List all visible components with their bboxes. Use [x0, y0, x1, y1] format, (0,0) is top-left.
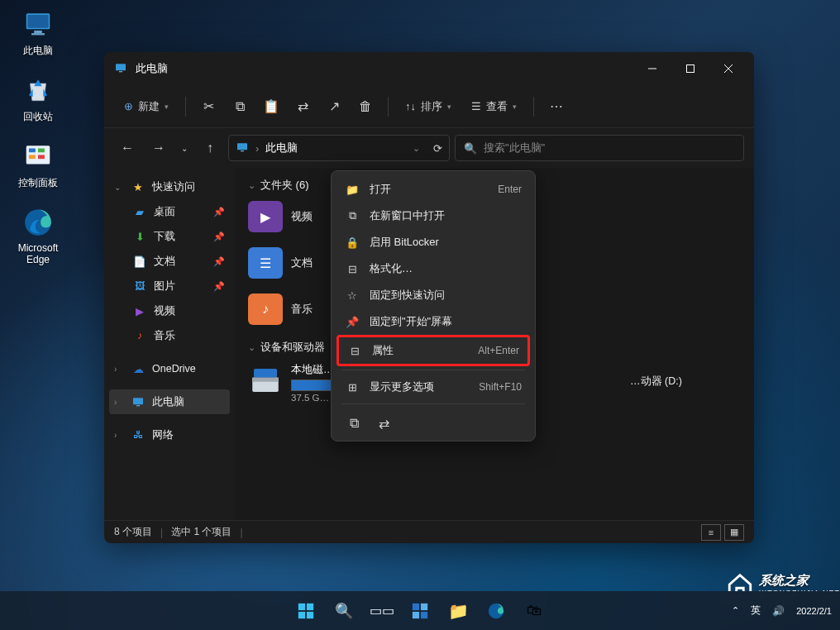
taskbar-widgets[interactable]	[403, 594, 437, 628]
document-folder-icon: ☰	[248, 247, 283, 279]
video-icon: ▶	[132, 303, 147, 318]
maximize-button[interactable]	[671, 55, 709, 82]
arrow-up-icon: ↑	[207, 141, 213, 155]
chevron-right-icon: ›	[114, 431, 124, 440]
ctx-copy[interactable]: ⧉	[341, 411, 366, 436]
taskbar-explorer[interactable]: 📁	[441, 594, 475, 628]
tray-date[interactable]: 2022/2/1	[796, 606, 832, 616]
sidebar-item-documents[interactable]: 📄文档📌	[109, 249, 230, 274]
chevron-down-icon: ▾	[165, 103, 169, 111]
chevron-down-icon: ⌄	[114, 183, 124, 192]
svg-rect-26	[307, 611, 313, 618]
desktop-icon-this-pc[interactable]: 此电脑	[10, 7, 66, 58]
close-button[interactable]	[709, 55, 747, 82]
chevron-down-icon: ⌄	[181, 144, 188, 153]
svg-rect-2	[34, 31, 42, 33]
share-button[interactable]: ↗	[320, 93, 348, 121]
taskbar-search[interactable]: 🔍	[327, 594, 360, 628]
toolbar: ⊕ 新建 ▾ ✂ ⧉ 📋 ⇄ ↗ 🗑 ↑↓ 排序 ▾ ☰ 查看 ▾ ⋯	[104, 85, 754, 128]
pin-icon: 📌	[213, 231, 225, 242]
sidebar-item-downloads[interactable]: ⬇下载📌	[109, 224, 230, 249]
ctx-pin-start[interactable]: 📌固定到"开始"屏幕	[336, 308, 530, 335]
more-button[interactable]: ⋯	[542, 93, 570, 121]
copy-button[interactable]: ⧉	[226, 93, 254, 121]
chevron-right-icon: ›	[114, 365, 124, 374]
drive-d[interactable]: …动器 (D:)	[630, 363, 682, 403]
sidebar-quick-access[interactable]: ⌄ ★ 快速访问	[109, 174, 230, 199]
edge-icon	[21, 205, 55, 240]
desktop-icon-recycle-bin[interactable]: 回收站	[10, 73, 66, 124]
window-icon	[114, 61, 129, 76]
monitor-icon	[131, 394, 146, 409]
plus-circle-icon: ⊕	[124, 100, 133, 112]
desktop-icon-edge[interactable]: Microsoft Edge	[10, 205, 66, 265]
svg-rect-30	[421, 611, 427, 618]
breadcrumb-location[interactable]: 此电脑	[265, 141, 298, 155]
window-title: 此电脑	[136, 61, 633, 76]
taskbar-edge[interactable]	[480, 594, 513, 628]
sidebar-this-pc[interactable]: ›此电脑	[109, 389, 230, 414]
delete-button[interactable]: 🗑	[351, 93, 379, 121]
new-button[interactable]: ⊕ 新建 ▾	[116, 93, 177, 121]
minimize-button[interactable]	[633, 55, 671, 82]
recent-button[interactable]: ⌄	[177, 135, 192, 161]
svg-rect-23	[298, 603, 305, 609]
start-button[interactable]	[289, 594, 322, 628]
sidebar-item-desktop[interactable]: ▰桌面📌	[109, 199, 230, 224]
search-box[interactable]: 🔍 搜索"此电脑"	[455, 135, 744, 161]
ctx-rename[interactable]: ⇄	[371, 411, 396, 436]
pin-star-icon: ☆	[345, 288, 360, 303]
chevron-down-icon[interactable]: ⌄	[413, 143, 420, 154]
taskbar-store[interactable]: 🛍	[518, 594, 551, 628]
forward-button[interactable]: →	[146, 135, 172, 161]
svg-rect-19	[136, 405, 140, 406]
sort-button[interactable]: ↑↓ 排序 ▾	[397, 93, 460, 121]
video-folder-icon: ▶	[248, 201, 283, 232]
desktop-icon-label: Microsoft Edge	[10, 242, 66, 265]
svg-rect-29	[413, 611, 419, 618]
svg-rect-6	[38, 149, 45, 153]
paste-button[interactable]: 📋	[257, 93, 285, 121]
up-button[interactable]: ↑	[197, 135, 223, 161]
view-details-button[interactable]: ≡	[701, 524, 721, 541]
sidebar-item-music[interactable]: ♪音乐	[109, 323, 230, 348]
ctx-pin-quick-access[interactable]: ☆固定到快速访问	[336, 282, 530, 308]
taskbar-task-view[interactable]: ▭▭	[365, 594, 399, 628]
svg-rect-18	[133, 398, 143, 404]
back-button[interactable]: ←	[114, 135, 141, 161]
ctx-open-new-window[interactable]: ⧉在新窗口中打开	[336, 203, 530, 229]
store-icon: 🛍	[527, 602, 542, 619]
address-bar[interactable]: › 此电脑 ⌄ ⟳	[228, 135, 450, 161]
ctx-format[interactable]: ⊟格式化…	[336, 255, 530, 282]
ctx-bitlocker[interactable]: 🔒启用 BitLocker	[336, 229, 530, 255]
titlebar[interactable]: 此电脑	[104, 52, 754, 85]
monitor-icon	[236, 141, 249, 156]
ctx-show-more[interactable]: ⊞显示更多选项Shift+F10	[336, 374, 530, 400]
tray-ime[interactable]: 英	[751, 604, 761, 618]
clipboard-icon: 📋	[263, 98, 279, 114]
sidebar-onedrive[interactable]: ›☁OneDrive	[109, 356, 230, 381]
music-icon: ♪	[132, 328, 147, 343]
ctx-open[interactable]: 📁打开Enter	[336, 176, 530, 203]
rename-button[interactable]: ⇄	[289, 93, 317, 121]
desktop-icon-control-panel[interactable]: 控制面板	[10, 139, 66, 190]
breadcrumb-sep-icon: ›	[255, 142, 259, 155]
scissors-icon: ✂	[203, 98, 214, 114]
view-button[interactable]: ☰ 查看 ▾	[463, 93, 525, 121]
statusbar: 8 个项目 | 选中 1 个项目 | ≡ ▦	[104, 520, 754, 543]
svg-rect-16	[237, 143, 247, 150]
ctx-properties[interactable]: ⊟属性Alt+Enter	[336, 335, 530, 366]
view-icon: ☰	[471, 100, 481, 112]
sidebar-item-videos[interactable]: ▶视频	[109, 298, 230, 323]
tray-network-icon[interactable]: 🔊	[772, 605, 785, 617]
view-tiles-button[interactable]: ▦	[724, 524, 744, 541]
chevron-down-icon: ▾	[513, 103, 517, 111]
cut-button[interactable]: ✂	[194, 93, 222, 121]
tray-chevron-icon[interactable]: ⌃	[732, 605, 739, 616]
control-panel-icon	[21, 139, 55, 174]
svg-rect-17	[241, 150, 244, 151]
sidebar: ⌄ ★ 快速访问 ▰桌面📌 ⬇下载📌 📄文档📌 🖼图片📌 ▶视频 ♪音乐 ›☁O…	[104, 168, 235, 520]
sidebar-item-pictures[interactable]: 🖼图片📌	[109, 274, 230, 298]
refresh-button[interactable]: ⟳	[433, 142, 442, 155]
sidebar-network[interactable]: ›🖧网络	[109, 422, 230, 447]
